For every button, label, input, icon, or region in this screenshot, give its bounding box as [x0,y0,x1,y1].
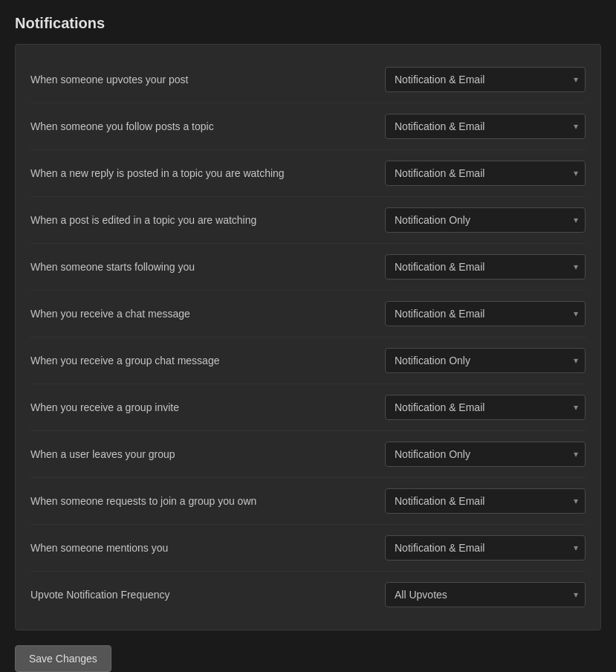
notification-label-post-edited-watching: When a post is edited in a topic you are… [30,214,385,226]
select-follow-posts-topic[interactable]: Notification & EmailNotification OnlyDo … [385,114,586,139]
notification-row: When someone mentions youNotification & … [30,525,586,572]
select-wrapper-group-invite: Notification & EmailNotification OnlyDo … [385,395,586,420]
page-title: Notifications [15,15,601,32]
select-post-edited-watching[interactable]: Notification & EmailNotification OnlyDo … [385,207,586,233]
select-wrapper-join-request: Notification & EmailNotification OnlyDo … [385,488,586,514]
notification-row: When you receive a group chat messageNot… [30,337,586,384]
notification-label-someone-follows-you: When someone starts following you [30,261,385,273]
select-chat-message[interactable]: Notification & EmailNotification OnlyDo … [385,301,586,326]
notification-row: When someone upvotes your postNotificati… [30,56,586,103]
select-group-invite[interactable]: Notification & EmailNotification OnlyDo … [385,395,586,420]
notification-row: When someone requests to join a group yo… [30,478,586,525]
page-container: Notifications When someone upvotes your … [0,0,616,630]
notification-row: When you receive a chat messageNotificat… [30,291,586,337]
notification-label-follow-posts-topic: When someone you follow posts a topic [30,120,385,132]
notification-row: When a new reply is posted in a topic yo… [30,150,586,197]
save-button[interactable]: Save Changes [15,645,111,672]
select-group-chat-message[interactable]: Notification & EmailNotification OnlyDo … [385,348,586,373]
notification-label-group-invite: When you receive a group invite [30,401,385,413]
select-new-reply-watching[interactable]: Notification & EmailNotification OnlyDo … [385,161,586,186]
notification-row: When a user leaves your groupNotificatio… [30,431,586,478]
notification-label-new-reply-watching: When a new reply is posted in a topic yo… [30,167,385,179]
select-wrapper-upvotes-post: Notification & EmailNotification OnlyDo … [385,67,586,92]
notification-label-join-request: When someone requests to join a group yo… [30,495,385,507]
select-upvote-frequency[interactable]: All UpvotesFirst Upvote OnlyNone [385,582,586,607]
save-section: Save Changes [0,630,616,672]
select-wrapper-upvote-frequency: All UpvotesFirst Upvote OnlyNone▾ [385,582,586,607]
notification-label-user-leaves-group: When a user leaves your group [30,448,385,460]
select-upvotes-post[interactable]: Notification & EmailNotification OnlyDo … [385,67,586,92]
notification-label-chat-message: When you receive a chat message [30,308,385,320]
notification-label-group-chat-message: When you receive a group chat message [30,355,385,366]
select-wrapper-user-leaves-group: Notification & EmailNotification OnlyDo … [385,442,586,467]
select-mentions-you[interactable]: Notification & EmailNotification OnlyDo … [385,535,586,560]
notification-row: When a post is edited in a topic you are… [30,197,586,244]
notifications-panel: When someone upvotes your postNotificati… [15,44,601,630]
notification-row: When you receive a group inviteNotificat… [30,384,586,431]
select-wrapper-mentions-you: Notification & EmailNotification OnlyDo … [385,535,586,560]
notification-row: Upvote Notification FrequencyAll Upvotes… [30,572,586,618]
select-user-leaves-group[interactable]: Notification & EmailNotification OnlyDo … [385,442,586,467]
select-wrapper-chat-message: Notification & EmailNotification OnlyDo … [385,301,586,326]
notification-label-upvotes-post: When someone upvotes your post [30,74,385,85]
select-join-request[interactable]: Notification & EmailNotification OnlyDo … [385,488,586,514]
select-wrapper-someone-follows-you: Notification & EmailNotification OnlyDo … [385,254,586,280]
notification-label-mentions-you: When someone mentions you [30,542,385,554]
notification-label-upvote-frequency: Upvote Notification Frequency [30,589,385,601]
select-wrapper-post-edited-watching: Notification & EmailNotification OnlyDo … [385,207,586,233]
select-wrapper-follow-posts-topic: Notification & EmailNotification OnlyDo … [385,114,586,139]
select-wrapper-new-reply-watching: Notification & EmailNotification OnlyDo … [385,161,586,186]
notification-row: When someone you follow posts a topicNot… [30,103,586,150]
select-wrapper-group-chat-message: Notification & EmailNotification OnlyDo … [385,348,586,373]
select-someone-follows-you[interactable]: Notification & EmailNotification OnlyDo … [385,254,586,280]
notification-row: When someone starts following youNotific… [30,244,586,291]
